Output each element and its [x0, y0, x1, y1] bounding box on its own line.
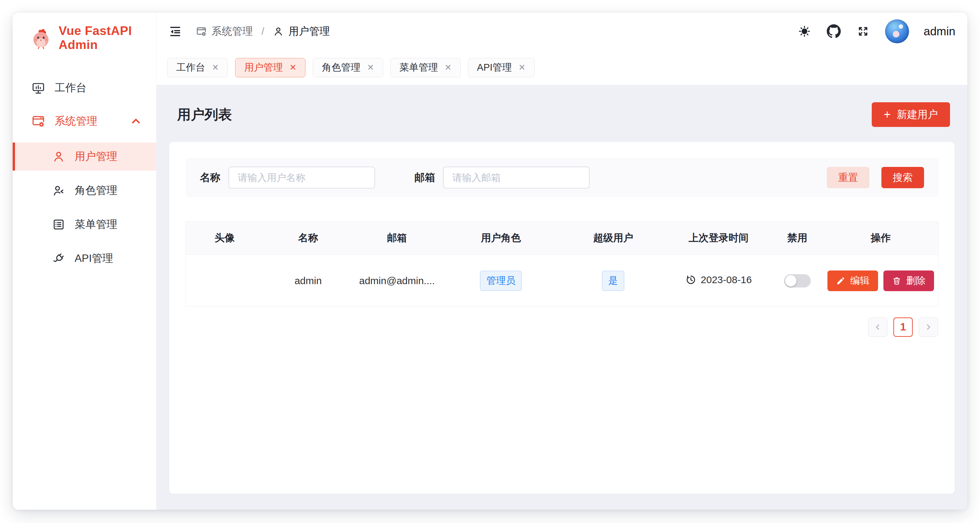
trash-icon [892, 276, 901, 286]
app-window: Vue FastAPI Admin 工作台 [13, 13, 967, 510]
menu-list-icon [52, 218, 65, 231]
clock-history-icon [686, 275, 696, 285]
sidebar-item-label: API管理 [75, 251, 113, 266]
app-title: Vue FastAPI Admin [59, 24, 156, 52]
add-user-button[interactable]: + 新建用户 [872, 102, 950, 127]
disabled-toggle[interactable] [784, 274, 811, 288]
cell-disabled [772, 255, 823, 307]
tabbar: 工作台 ✕ 用户管理 ✕ 角色管理 ✕ 菜单管理 ✕ API管理 ✕ [157, 50, 967, 85]
email-input[interactable] [443, 167, 590, 189]
table-header-row: 头像 名称 邮箱 用户角色 超级用户 上次登录时间 禁用 操作 [186, 221, 939, 255]
close-icon[interactable]: ✕ [290, 63, 296, 72]
tab-roles[interactable]: 角色管理 ✕ [313, 58, 383, 77]
sidebar-item-users[interactable]: 用户管理 [13, 143, 156, 170]
cell-last-login: 2023-08-16 [666, 255, 772, 307]
user-list-card: 名称 邮箱 重置 搜索 头像 [169, 142, 955, 494]
cell-email: admin@admin.... [352, 255, 441, 307]
sidebar-item-label: 菜单管理 [75, 217, 117, 232]
last-login-value: 2023-08-16 [701, 274, 752, 286]
window-gear-icon [31, 114, 45, 128]
column-actions: 操作 [823, 221, 939, 255]
chick-logo-icon [30, 27, 52, 49]
monitor-icon [31, 81, 45, 95]
sidebar-item-roles[interactable]: 角色管理 [13, 176, 156, 205]
sidebar: Vue FastAPI Admin 工作台 [13, 13, 157, 510]
logo[interactable]: Vue FastAPI Admin [13, 24, 156, 52]
sidebar-item-system[interactable]: 系统管理 [13, 109, 156, 133]
user-icon [273, 26, 284, 37]
fullscreen-icon[interactable] [856, 24, 870, 39]
column-superuser: 超级用户 [560, 221, 666, 255]
page-title: 用户列表 [177, 106, 232, 124]
user-table: 头像 名称 邮箱 用户角色 超级用户 上次登录时间 禁用 操作 [185, 221, 939, 307]
content-area: 用户列表 + 新建用户 名称 邮箱 重置 搜索 [157, 85, 967, 510]
user-icon [52, 150, 65, 163]
tab-menus[interactable]: 菜单管理 ✕ [390, 58, 461, 77]
column-email: 邮箱 [352, 221, 441, 255]
reset-button[interactable]: 重置 [827, 167, 869, 188]
breadcrumb: 系统管理 / 用户管理 [196, 24, 330, 38]
sidebar-item-label: 用户管理 [75, 149, 117, 164]
cell-superuser: 是 [560, 255, 666, 307]
column-last-login: 上次登录时间 [666, 221, 772, 255]
delete-button[interactable]: 删除 [883, 270, 934, 291]
cell-actions: 编辑 删除 [823, 255, 939, 307]
breadcrumb-label: 用户管理 [288, 24, 330, 38]
chevron-up-icon [129, 114, 143, 128]
window-gear-icon [196, 26, 207, 37]
sidebar-item-menus[interactable]: 菜单管理 [13, 211, 156, 238]
search-button[interactable]: 搜索 [881, 167, 924, 188]
plus-icon: + [884, 109, 891, 121]
superuser-tag: 是 [602, 271, 624, 291]
page-head: 用户列表 + 新建用户 [169, 85, 955, 142]
sidebar-item-label: 系统管理 [55, 114, 97, 129]
breadcrumb-users[interactable]: 用户管理 [273, 24, 330, 38]
column-disabled: 禁用 [772, 221, 823, 255]
next-page-button[interactable] [919, 318, 938, 337]
github-icon[interactable] [826, 24, 841, 39]
sidebar-menu: 工作台 系统管理 [13, 76, 156, 272]
edit-button[interactable]: 编辑 [827, 270, 878, 291]
tab-label: API管理 [477, 61, 512, 74]
breadcrumb-separator: / [261, 25, 264, 37]
delete-label: 删除 [906, 274, 925, 288]
pencil-icon [836, 276, 845, 286]
tab-api[interactable]: API管理 ✕ [468, 58, 535, 77]
tab-users[interactable]: 用户管理 ✕ [235, 58, 305, 77]
tab-workbench[interactable]: 工作台 ✕ [167, 58, 228, 77]
cell-avatar [186, 255, 264, 307]
sidebar-collapse-icon[interactable] [168, 24, 183, 39]
theme-toggle-sun-icon[interactable] [797, 24, 812, 39]
prev-page-button[interactable] [868, 318, 888, 337]
close-icon[interactable]: ✕ [445, 63, 452, 72]
name-input[interactable] [229, 167, 375, 189]
close-icon[interactable]: ✕ [367, 63, 374, 72]
table-row: admin admin@admin.... 管理员 是 [186, 255, 939, 307]
user-avatar[interactable] [885, 19, 909, 43]
add-user-label: 新建用户 [897, 108, 938, 122]
username-label[interactable]: admin [924, 25, 955, 38]
close-icon[interactable]: ✕ [519, 63, 526, 72]
search-bar: 名称 邮箱 重置 搜索 [185, 158, 939, 197]
column-name: 名称 [264, 221, 353, 255]
edit-label: 编辑 [850, 274, 869, 288]
plug-icon [52, 252, 65, 265]
sidebar-item-workbench[interactable]: 工作台 [13, 76, 156, 100]
cell-name: admin [264, 255, 353, 307]
main-area: 系统管理 / 用户管理 [157, 13, 967, 510]
tab-label: 工作台 [176, 61, 205, 74]
tab-label: 菜单管理 [399, 61, 438, 74]
tab-label: 用户管理 [244, 61, 283, 74]
role-tag[interactable]: 管理员 [480, 271, 522, 291]
topbar: 系统管理 / 用户管理 [157, 13, 967, 50]
column-avatar: 头像 [186, 221, 264, 255]
role-icon [52, 184, 65, 197]
breadcrumb-system[interactable]: 系统管理 [196, 24, 253, 38]
cell-role: 管理员 [441, 255, 560, 307]
current-page-button[interactable]: 1 [893, 318, 913, 337]
toggle-knob [785, 275, 797, 286]
sidebar-item-api[interactable]: API管理 [13, 245, 156, 272]
column-role: 用户角色 [441, 221, 560, 255]
topbar-actions: admin [797, 19, 955, 43]
close-icon[interactable]: ✕ [212, 63, 219, 72]
